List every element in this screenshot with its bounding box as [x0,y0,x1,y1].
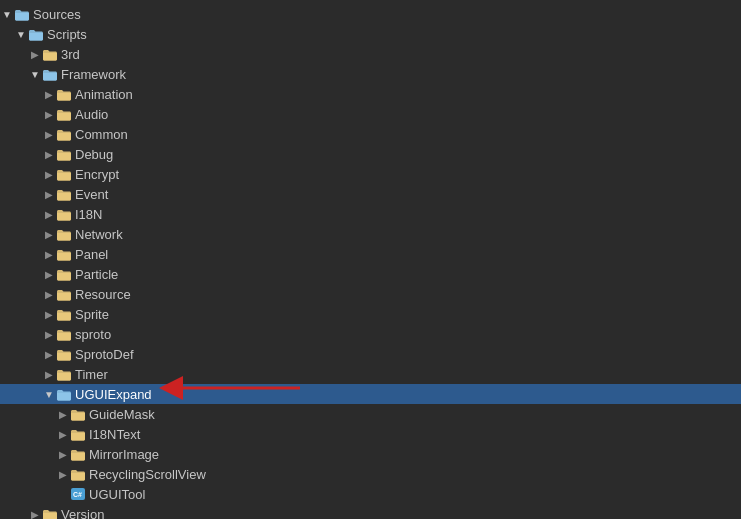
tree-item-panel[interactable]: ▶ Panel [0,244,741,264]
tree-item-mirrorimage[interactable]: ▶ MirrorImage [0,444,741,464]
item-label: Resource [75,287,131,302]
expand-arrow[interactable]: ▶ [42,304,56,324]
folder-icon [56,187,72,201]
folder-icon [56,87,72,101]
item-label: Encrypt [75,167,119,182]
item-label: UGUIExpand [75,387,152,402]
tree-item-uguiexpand[interactable]: ▼ UGUIExpand [0,384,741,404]
item-label: Panel [75,247,108,262]
item-label: sproto [75,327,111,342]
tree-item-guidemask[interactable]: ▶ GuideMask [0,404,741,424]
item-label: RecyclingScrollView [89,467,206,482]
expand-arrow[interactable]: ▶ [42,164,56,184]
expand-arrow[interactable]: ▼ [14,24,28,44]
expand-arrow[interactable]: ▶ [42,344,56,364]
expand-arrow[interactable]: ▶ [56,444,70,464]
item-label: I18NText [89,427,140,442]
item-label: Framework [61,67,126,82]
item-label: 3rd [61,47,80,62]
tree-item-debug[interactable]: ▶ Debug [0,144,741,164]
expand-arrow[interactable]: ▶ [42,264,56,284]
folder-icon [14,7,30,21]
tree-item-timer[interactable]: ▶ Timer [0,364,741,384]
expand-arrow[interactable]: ▶ [28,504,42,519]
folder-icon [56,147,72,161]
tree-item-particle[interactable]: ▶ Particle [0,264,741,284]
folder-icon [56,247,72,261]
item-label: Sprite [75,307,109,322]
folder-icon [70,467,86,481]
expand-arrow[interactable]: ▶ [42,144,56,164]
folder-icon [56,287,72,301]
item-label: MirrorImage [89,447,159,462]
tree-item-framework[interactable]: ▼ Framework [0,64,741,84]
cs-file-icon: C# [70,487,86,501]
tree-item-common[interactable]: ▶ Common [0,124,741,144]
folder-icon [56,307,72,321]
tree-item-event[interactable]: ▶ Event [0,184,741,204]
folder-icon [56,207,72,221]
folder-icon [56,167,72,181]
expand-arrow[interactable]: ▶ [28,44,42,64]
tree-item-uguitool[interactable]: ▶ C# UGUITool [0,484,741,504]
expand-arrow[interactable]: ▼ [42,384,56,404]
expand-arrow[interactable]: ▶ [56,464,70,484]
svg-text:C#: C# [73,491,82,498]
folder-icon [42,67,58,81]
item-label: Particle [75,267,118,282]
item-label: GuideMask [89,407,155,422]
folder-icon [56,367,72,381]
tree-item-scripts[interactable]: ▼ Scripts [0,24,741,44]
tree-item-i18ntext[interactable]: ▶ I18NText [0,424,741,444]
item-label: Event [75,187,108,202]
expand-arrow[interactable]: ▶ [56,404,70,424]
expand-arrow[interactable]: ▶ [42,244,56,264]
item-label: Sources [33,7,81,22]
folder-icon [56,107,72,121]
tree-item-i18n[interactable]: ▶ I18N [0,204,741,224]
folder-icon [56,387,72,401]
folder-icon [56,127,72,141]
expand-arrow[interactable]: ▶ [42,364,56,384]
tree-item-3rd[interactable]: ▶ 3rd [0,44,741,64]
tree-item-animation[interactable]: ▶ Animation [0,84,741,104]
expand-arrow[interactable]: ▼ [0,4,14,24]
expand-arrow[interactable]: ▶ [42,184,56,204]
expand-arrow[interactable]: ▶ [42,224,56,244]
item-label: Version [61,507,104,520]
expand-arrow[interactable]: ▶ [42,104,56,124]
tree-item-sprotodef[interactable]: ▶ SprotoDef [0,344,741,364]
folder-icon [56,327,72,341]
folder-icon [42,47,58,61]
expand-arrow[interactable]: ▶ [56,424,70,444]
expand-arrow[interactable]: ▶ [42,284,56,304]
folder-icon [70,407,86,421]
tree-item-sproto[interactable]: ▶ sproto [0,324,741,344]
expand-arrow[interactable]: ▼ [28,64,42,84]
expand-arrow[interactable]: ▶ [42,324,56,344]
folder-icon [56,267,72,281]
expand-arrow[interactable]: ▶ [42,84,56,104]
tree-item-resource[interactable]: ▶ Resource [0,284,741,304]
item-label: UGUITool [89,487,145,502]
expand-arrow[interactable]: ▶ [42,124,56,144]
item-label: Animation [75,87,133,102]
folder-icon [70,447,86,461]
item-label: Audio [75,107,108,122]
tree-item-sprite[interactable]: ▶ Sprite [0,304,741,324]
tree-item-audio[interactable]: ▶ Audio [0,104,741,124]
file-tree: ▼ Sources▼ Scripts▶ 3rd▼ Framework▶ Anim… [0,0,741,519]
tree-item-version[interactable]: ▶ Version [0,504,741,519]
expand-arrow[interactable]: ▶ [42,204,56,224]
tree-item-encrypt[interactable]: ▶ Encrypt [0,164,741,184]
tree-item-network[interactable]: ▶ Network [0,224,741,244]
folder-icon [70,427,86,441]
tree-item-recyclingscrollview[interactable]: ▶ RecyclingScrollView [0,464,741,484]
tree-item-sources[interactable]: ▼ Sources [0,4,741,24]
item-label: Network [75,227,123,242]
folder-icon [56,227,72,241]
item-label: I18N [75,207,102,222]
item-label: Scripts [47,27,87,42]
folder-icon [56,347,72,361]
item-label: SprotoDef [75,347,134,362]
